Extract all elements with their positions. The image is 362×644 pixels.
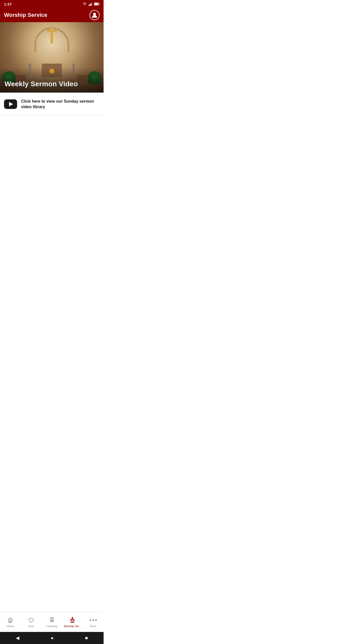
status-bar: 1:37 <box>0 0 104 8</box>
battery-icon <box>94 3 100 6</box>
svg-rect-6 <box>95 3 98 5</box>
content-divider <box>0 115 104 115</box>
cross-horizontal <box>47 30 57 32</box>
status-icons <box>82 2 100 6</box>
svg-rect-3 <box>92 3 92 6</box>
signal-icon <box>88 2 93 6</box>
hero-image: Weekly Sermon Video <box>0 22 104 93</box>
app-bar: Worship Service <box>0 8 104 22</box>
hero-label: Weekly Sermon Video <box>5 80 78 88</box>
video-link-text: Click here to view our Sunday sermon vid… <box>21 99 100 110</box>
svg-rect-1 <box>89 4 90 6</box>
play-triangle <box>9 102 13 106</box>
profile-button[interactable] <box>89 10 100 20</box>
svg-point-7 <box>93 13 96 16</box>
app-bar-title: Worship Service <box>4 12 47 18</box>
youtube-icon <box>4 99 17 109</box>
svg-rect-5 <box>99 4 100 5</box>
content-area: Click here to view our Sunday sermon vid… <box>0 93 104 119</box>
svg-rect-2 <box>90 3 91 6</box>
svg-rect-0 <box>88 5 89 6</box>
video-link-row[interactable]: Click here to view our Sunday sermon vid… <box>4 99 100 115</box>
status-time: 1:37 <box>4 2 12 6</box>
cross-vertical <box>51 26 53 44</box>
profile-icon <box>91 12 98 18</box>
wifi-icon <box>82 2 87 6</box>
